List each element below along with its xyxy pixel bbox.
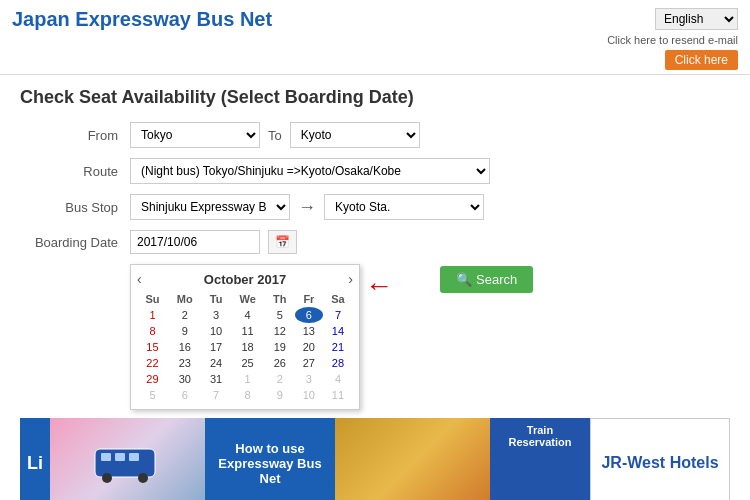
calendar-day[interactable]: 7	[202, 387, 231, 403]
boarding-date-input[interactable]	[130, 230, 260, 254]
calendar-day[interactable]: 13	[295, 323, 323, 339]
calendar-day[interactable]: 3	[202, 307, 231, 323]
calendar-day[interactable]: 4	[323, 371, 353, 387]
language-select[interactable]: English Japanese Chinese	[655, 8, 738, 30]
calendar-day[interactable]: 1	[230, 371, 264, 387]
calendar-day[interactable]: 6	[168, 387, 202, 403]
to-label: To	[268, 128, 282, 143]
calendar-day[interactable]: 8	[137, 323, 168, 339]
calendar-day[interactable]: 12	[265, 323, 295, 339]
col-fr: Fr	[295, 291, 323, 307]
click-here-button[interactable]: Click here	[665, 50, 738, 70]
how-to-use-text: How to use Expressway Bus Net	[217, 441, 323, 486]
route-select[interactable]: (Night bus) Tokyo/Shinjuku =>Kyoto/Osaka…	[130, 158, 490, 184]
calendar-prev-button[interactable]: ‹	[137, 271, 142, 287]
bus-stop-to-select[interactable]: Kyoto Sta.	[324, 194, 484, 220]
from-select[interactable]: Tokyo Osaka	[130, 122, 260, 148]
svg-point-4	[102, 473, 112, 483]
banner-area: Li How to use Expressway Bus Net Train R…	[20, 418, 730, 500]
calendar-day[interactable]: 9	[265, 387, 295, 403]
calendar-day[interactable]: 27	[295, 355, 323, 371]
bus-stop-label: Bus Stop	[20, 200, 130, 215]
calendar-day[interactable]: 30	[168, 371, 202, 387]
col-th: Th	[265, 291, 295, 307]
calendar-day[interactable]: 22	[137, 355, 168, 371]
calendar-day[interactable]: 29	[137, 371, 168, 387]
calendar-button[interactable]: 📅	[268, 230, 297, 254]
calendar-day[interactable]: 8	[230, 387, 264, 403]
svg-rect-2	[115, 453, 125, 461]
search-icon: 🔍	[456, 272, 472, 287]
calendar-day[interactable]: 21	[323, 339, 353, 355]
calendar-day[interactable]: 20	[295, 339, 323, 355]
calendar-day[interactable]: 19	[265, 339, 295, 355]
svg-rect-3	[129, 453, 139, 461]
calendar-day[interactable]: 2	[168, 307, 202, 323]
boarding-date-label: Boarding Date	[20, 235, 130, 250]
site-title: Japan Expressway Bus Net	[12, 8, 272, 31]
red-arrow-icon: ←	[365, 270, 393, 302]
calendar-day[interactable]: 7	[323, 307, 353, 323]
how-to-use-banner[interactable]: How to use Expressway Bus Net	[205, 418, 335, 500]
svg-point-5	[138, 473, 148, 483]
route-label: Route	[20, 164, 130, 179]
bus-svg	[93, 441, 163, 486]
calendar-day[interactable]: 2	[265, 371, 295, 387]
jr-west-text: JR-West Hotels	[601, 454, 718, 472]
calendar-day[interactable]: 5	[137, 387, 168, 403]
calendar-day[interactable]: 15	[137, 339, 168, 355]
calendar-day[interactable]: 16	[168, 339, 202, 355]
calendar-title: October 2017	[204, 272, 286, 287]
calendar-day[interactable]: 24	[202, 355, 231, 371]
banner-blue-strip: Li	[20, 418, 50, 500]
calendar-day[interactable]: 11	[230, 323, 264, 339]
search-button[interactable]: 🔍 Search	[440, 266, 533, 293]
bus-stop-row: Bus Stop Shinjuku Expressway Bus Te → Ky…	[20, 194, 730, 220]
boarding-date-fields: 📅	[130, 230, 730, 254]
calendar-day[interactable]: 3	[295, 371, 323, 387]
jr-west-banner[interactable]: JR-West Hotels	[590, 418, 730, 500]
calendar-day[interactable]: 4	[230, 307, 264, 323]
col-su: Su	[137, 291, 168, 307]
calendar-area: ‹ October 2017 › Su Mo Tu We Th Fr Sa	[130, 264, 730, 410]
banner-photo-1	[50, 418, 205, 500]
banner-photo-2	[335, 418, 490, 500]
calendar-day[interactable]: 14	[323, 323, 353, 339]
top-right: English Japanese Chinese Click here to r…	[607, 8, 738, 70]
calendar-day[interactable]: 10	[202, 323, 231, 339]
calendar-day[interactable]: 11	[323, 387, 353, 403]
from-to-fields: Tokyo Osaka To Kyoto Tokyo	[130, 122, 730, 148]
calendar-day[interactable]: 17	[202, 339, 231, 355]
boarding-date-row: Boarding Date 📅	[20, 230, 730, 254]
calendar-day[interactable]: 9	[168, 323, 202, 339]
arrow-icon: →	[298, 197, 316, 218]
col-mo: Mo	[168, 291, 202, 307]
calendar-grid: Su Mo Tu We Th Fr Sa 1234567891011121314…	[137, 291, 353, 403]
calendar-next-button[interactable]: ›	[348, 271, 353, 287]
route-fields: (Night bus) Tokyo/Shinjuku =>Kyoto/Osaka…	[130, 158, 730, 184]
section-title: Check Seat Availability (Select Boarding…	[20, 87, 730, 108]
calendar-day[interactable]: 28	[323, 355, 353, 371]
bus-stop-from-select[interactable]: Shinjuku Expressway Bus Te	[130, 194, 290, 220]
calendar-day[interactable]: 10	[295, 387, 323, 403]
train-reservation-banner[interactable]: Train Reservation	[490, 418, 590, 500]
route-row: Route (Night bus) Tokyo/Shinjuku =>Kyoto…	[20, 158, 730, 184]
red-arrow-container: ←	[365, 270, 393, 302]
calendar-day[interactable]: 5	[265, 307, 295, 323]
resend-email-text: Click here to resend e-mail	[607, 34, 738, 46]
calendar-day[interactable]: 6	[295, 307, 323, 323]
calendar-day[interactable]: 18	[230, 339, 264, 355]
to-select[interactable]: Kyoto Tokyo	[290, 122, 420, 148]
calendar-day[interactable]: 23	[168, 355, 202, 371]
calendar-day[interactable]: 26	[265, 355, 295, 371]
calendar-day[interactable]: 1	[137, 307, 168, 323]
col-tu: Tu	[202, 291, 231, 307]
calendar-day[interactable]: 31	[202, 371, 231, 387]
col-sa: Sa	[323, 291, 353, 307]
top-bar: Japan Expressway Bus Net English Japanes…	[0, 0, 750, 75]
from-label: From	[20, 128, 130, 143]
train-reservation-text: Train Reservation	[509, 424, 572, 448]
main-content: Check Seat Availability (Select Boarding…	[0, 75, 750, 500]
col-we: We	[230, 291, 264, 307]
calendar-day[interactable]: 25	[230, 355, 264, 371]
